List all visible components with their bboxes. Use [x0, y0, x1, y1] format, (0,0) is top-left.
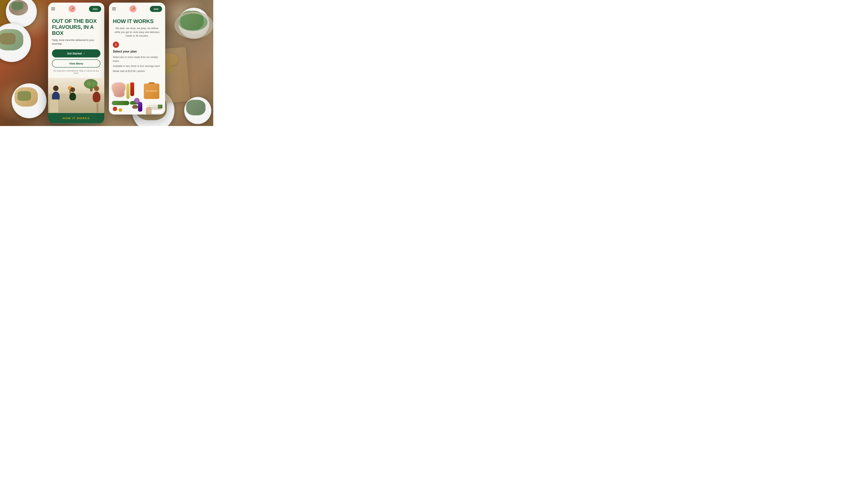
- carrot-icon-hiw: 🥕: [131, 7, 135, 11]
- decorative-plate: [0, 23, 31, 62]
- step-title: Select your plan: [113, 50, 161, 53]
- person-3: [93, 86, 101, 102]
- family-image: [48, 78, 104, 113]
- food-item-eggplant: [138, 102, 142, 111]
- hamburger-menu-hiw[interactable]: [112, 7, 116, 10]
- how-it-works-footer[interactable]: HOW IT WORKS: [48, 113, 104, 123]
- phone-card-home: 🥕 Join OUT OF THE BOX FLAVOURS, IN A BOX…: [48, 3, 104, 124]
- box-label: MY FOODIE BOX: [146, 90, 157, 92]
- food-item-mushroom: [132, 105, 138, 109]
- hamburger-line: [51, 9, 55, 9]
- person-2: [69, 87, 76, 100]
- nav-bar-home: 🥕 Join: [48, 3, 104, 15]
- how-it-works-section: HOW IT WORKS We plan, we shop, we prep, …: [109, 15, 165, 77]
- food-item-pepper: [130, 83, 134, 96]
- hero-title: OUT OF THE BOX FLAVOURS, IN A BOX: [52, 18, 101, 36]
- logo: 🥕: [69, 5, 76, 13]
- hamburger-line: [112, 7, 116, 8]
- logo-hiw: 🥕: [129, 5, 137, 13]
- phone-card-how-it-works: 🥕 Join HOW IT WORKS We plan, we shop, we…: [109, 3, 165, 114]
- product-image: MY FOODIE BOX: [109, 79, 165, 114]
- bowl-decoration: [175, 12, 213, 39]
- how-it-works-footer-text: HOW IT WORKS: [62, 116, 90, 120]
- cards-container: 🥕 Join OUT OF THE BOX FLAVOURS, IN A BOX…: [48, 3, 165, 124]
- step-desc-3: Meals start at $10.00 / portion.: [113, 69, 161, 73]
- carrot-icon: 🥕: [70, 7, 74, 11]
- hero-section: OUT OF THE BOX FLAVOURS, IN A BOX Tasty,…: [48, 15, 104, 78]
- get-started-button[interactable]: Get Started →: [52, 49, 101, 57]
- food-item-tomato-1: [113, 107, 117, 111]
- commitment-text: No long-term commitment. Skip or cancel …: [52, 69, 101, 74]
- join-button[interactable]: Join: [89, 6, 101, 12]
- hamburger-menu[interactable]: [51, 7, 55, 10]
- how-it-works-description: We plan, we shop, we prep, we deliver wh…: [113, 26, 161, 38]
- food-item-tomato-yellow: [119, 108, 122, 112]
- join-button-hiw[interactable]: Join: [150, 6, 162, 12]
- step-desc-2: Available in two, three or four servings…: [113, 64, 161, 68]
- delivery-box: MY FOODIE BOX: [144, 83, 159, 99]
- hamburger-line: [51, 7, 55, 8]
- food-item-pasta: [126, 83, 129, 99]
- decorative-plate: [12, 83, 47, 118]
- hero-subtitle: Tasty, local meal kits delivered to your…: [52, 38, 101, 46]
- hamburger-line: [112, 9, 116, 9]
- step-desc-1: Select two or more meals from our weekly…: [113, 55, 161, 63]
- hand-decoration: [146, 107, 151, 114]
- nav-bar-hiw: 🥕 Join: [109, 3, 165, 15]
- step-number: 1: [113, 41, 119, 48]
- hamburger-line: [112, 10, 116, 10]
- decorative-plate: [178, 8, 210, 39]
- decorative-plate: [6, 0, 37, 27]
- decorative-plate: [184, 97, 211, 124]
- food-item-protein-3: [114, 90, 125, 97]
- food-item-zucchini: [112, 101, 129, 105]
- person-1: [52, 86, 60, 101]
- view-menu-button[interactable]: View Menu: [52, 59, 101, 68]
- hamburger-line: [51, 10, 55, 10]
- how-it-works-title: HOW IT WORKS: [113, 18, 161, 24]
